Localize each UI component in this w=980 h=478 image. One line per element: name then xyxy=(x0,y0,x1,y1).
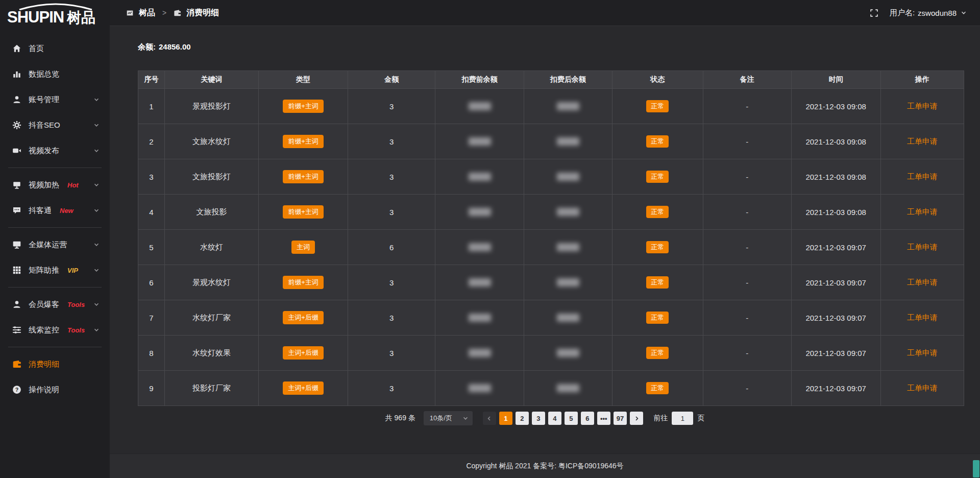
sidebar-item-data-overview[interactable]: 数据总览 xyxy=(0,61,110,87)
table-row: 3文旅投影灯前缀+主词3正常-2021-12-03 09:08工单申请 xyxy=(138,159,964,195)
question-icon: ? xyxy=(12,385,21,394)
floating-widget[interactable] xyxy=(973,460,979,477)
note-cell: - xyxy=(703,230,791,265)
page-button-6[interactable]: 6 xyxy=(581,412,594,425)
type-cell: 前缀+主词 xyxy=(259,159,348,195)
note-cell: - xyxy=(703,371,791,406)
sidebar-item-label: 抖音SEO xyxy=(29,121,60,130)
sidebar-item-video-heat[interactable]: 视频加热Hot xyxy=(0,172,110,198)
sliders-icon xyxy=(12,325,21,334)
type-cell: 主词+后缀 xyxy=(259,371,348,406)
time-cell: 2021-12-03 09:07 xyxy=(791,300,880,336)
action-cell: 工单申请 xyxy=(880,159,964,195)
main-content: 余额:24856.00 序号关键词类型金额扣费前余额扣费后余额状态备注时间操作 … xyxy=(110,26,980,478)
type-badge: 主词+后缀 xyxy=(283,346,324,360)
balance-after-cell xyxy=(524,300,612,336)
status-badge: 正常 xyxy=(646,171,669,183)
breadcrumb-separator: > xyxy=(160,9,168,17)
column-header: 关键词 xyxy=(164,71,258,89)
sidebar-item-home[interactable]: 首页 xyxy=(0,36,110,61)
wallet-icon xyxy=(12,360,21,369)
status-badge: 正常 xyxy=(646,206,669,218)
arrow-left-icon xyxy=(486,416,492,421)
type-badge: 主词+后缀 xyxy=(283,381,324,395)
next-page-button[interactable] xyxy=(630,412,643,425)
page-button-5[interactable]: 5 xyxy=(565,412,578,425)
work-order-link[interactable]: 工单申请 xyxy=(907,348,938,357)
action-cell: 工单申请 xyxy=(880,336,964,371)
chevron-down-icon xyxy=(93,301,100,307)
status-cell: 正常 xyxy=(612,371,703,406)
work-order-link[interactable]: 工单申请 xyxy=(907,278,938,286)
status-badge: 正常 xyxy=(646,347,669,359)
svg-text:?: ? xyxy=(15,387,19,393)
type-cell: 主词+后缀 xyxy=(259,300,348,336)
action-cell: 工单申请 xyxy=(880,300,964,336)
redacted-balance-before xyxy=(469,243,491,251)
sidebar-item-video-publish[interactable]: 视频发布 xyxy=(0,138,110,163)
work-order-link[interactable]: 工单申请 xyxy=(907,243,938,251)
page-ellipsis-button[interactable]: ••• xyxy=(597,412,610,425)
sidebar-menu: 首页数据总览账号管理抖音SEO视频发布视频加热Hot抖客通New全媒体运营矩阵助… xyxy=(0,32,110,402)
page-size-select[interactable]: 10条/页 xyxy=(424,411,473,425)
logo-text-cn: 树品 xyxy=(67,10,95,26)
type-cell: 前缀+主词 xyxy=(259,195,348,230)
sidebar-item-label: 消费明细 xyxy=(29,360,59,369)
time-cell: 2021-12-03 09:08 xyxy=(791,195,880,230)
bar-chart-icon xyxy=(12,69,21,79)
username-label: 用户名: xyxy=(890,8,915,18)
sidebar-item-label: 数据总览 xyxy=(29,69,59,79)
column-header: 序号 xyxy=(138,71,165,89)
note-cell: - xyxy=(703,336,791,371)
page-button-1[interactable]: 1 xyxy=(499,412,512,425)
sidebar-item-label: 首页 xyxy=(29,44,44,54)
page-button-4[interactable]: 4 xyxy=(548,412,561,425)
row-index-cell: 1 xyxy=(138,89,165,124)
user-menu[interactable]: 用户名: zswodun88 xyxy=(890,8,967,18)
goto-label: 前往 xyxy=(653,414,668,423)
work-order-link[interactable]: 工单申请 xyxy=(907,313,938,322)
balance-before-cell xyxy=(435,195,524,230)
logo-text-en: SHUPIN xyxy=(7,8,64,26)
work-order-link[interactable]: 工单申请 xyxy=(907,384,938,392)
type-cell: 前缀+主词 xyxy=(259,89,348,124)
sidebar-item-label: 操作说明 xyxy=(29,385,59,395)
sidebar-item-consume-detail[interactable]: 消费明细 xyxy=(0,351,110,377)
goto-page-input[interactable] xyxy=(672,412,693,425)
consumption-table-wrap: 序号关键词类型金额扣费前余额扣费后余额状态备注时间操作 1景观投影灯前缀+主词3… xyxy=(138,70,964,406)
balance-after-cell xyxy=(524,371,612,406)
sidebar-item-douketong[interactable]: 抖客通New xyxy=(0,198,110,223)
sidebar-item-douyin-seo[interactable]: 抖音SEO xyxy=(0,112,110,138)
work-order-link[interactable]: 工单申请 xyxy=(907,137,938,146)
sidebar-item-matrix-boost[interactable]: 矩阵助推VIP xyxy=(0,257,110,283)
breadcrumb-root[interactable]: 树品 xyxy=(139,8,155,18)
sidebar-item-account-manage[interactable]: 账号管理 xyxy=(0,87,110,112)
balance-before-cell xyxy=(435,336,524,371)
chevron-down-icon xyxy=(93,327,100,333)
redacted-balance-after xyxy=(557,278,579,286)
work-order-link[interactable]: 工单申请 xyxy=(907,102,938,110)
type-badge: 主词 xyxy=(291,241,315,254)
page-button-3[interactable]: 3 xyxy=(532,412,545,425)
prev-page-button[interactable] xyxy=(483,412,496,425)
fullscreen-icon[interactable] xyxy=(870,9,878,17)
note-cell: - xyxy=(703,89,791,124)
work-order-link[interactable]: 工单申请 xyxy=(907,207,938,216)
amount-cell: 6 xyxy=(348,230,435,265)
work-order-link[interactable]: 工单申请 xyxy=(907,172,938,181)
page-button-2[interactable]: 2 xyxy=(516,412,529,425)
sidebar-item-member-leads[interactable]: 会员爆客Tools xyxy=(0,292,110,317)
keyword-cell: 水纹灯效果 xyxy=(164,336,258,371)
column-header: 类型 xyxy=(259,71,348,89)
amount-cell: 3 xyxy=(348,89,435,124)
sidebar-item-clue-monitor[interactable]: 线索监控Tools xyxy=(0,317,110,343)
type-cell: 主词 xyxy=(259,230,348,265)
sidebar-item-all-media[interactable]: 全媒体运营 xyxy=(0,232,110,257)
sidebar-item-help[interactable]: ?操作说明 xyxy=(0,377,110,402)
redacted-balance-after xyxy=(557,314,579,322)
note-cell: - xyxy=(703,265,791,300)
redacted-balance-before xyxy=(469,208,491,216)
column-header: 状态 xyxy=(612,71,703,89)
note-cell: - xyxy=(703,300,791,336)
page-button-97[interactable]: 97 xyxy=(614,412,627,425)
